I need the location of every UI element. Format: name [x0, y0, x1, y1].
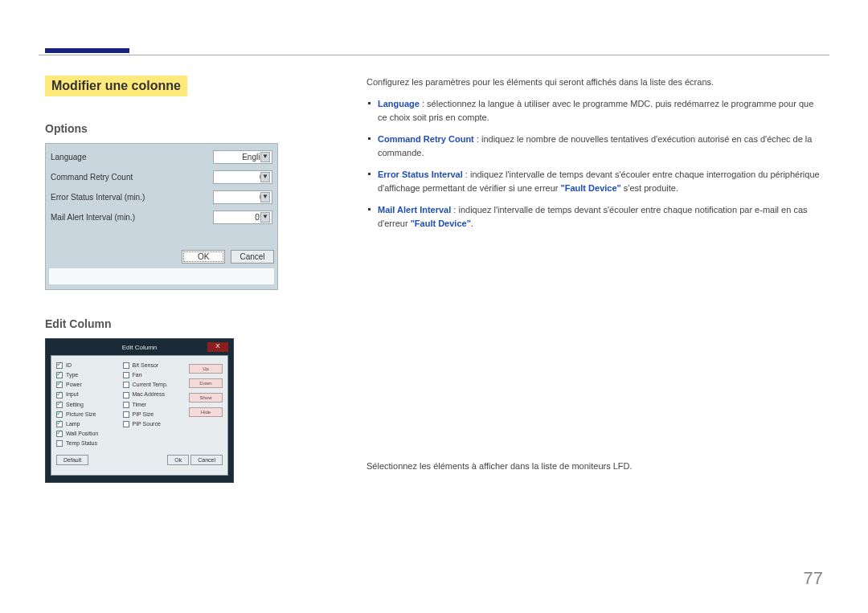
- list-item[interactable]: Setting: [56, 400, 117, 410]
- chevron-down-icon: ▼: [260, 212, 270, 223]
- language-select[interactable]: English ▼: [213, 150, 272, 164]
- list-item[interactable]: Input: [56, 390, 117, 399]
- editcolumn-left-list: IDTypePowerInputSettingPicture SizeLampW…: [56, 361, 117, 448]
- fault-device-label: "Fault Device": [561, 183, 621, 193]
- editcolumn-title: Edit Column: [122, 344, 158, 351]
- list-item-label: Input: [66, 391, 79, 397]
- list-item[interactable]: Timer: [123, 400, 183, 410]
- term-errint: Error Status Interval: [378, 170, 463, 179]
- page: Modifier une colonne Options Language En…: [39, 48, 829, 589]
- chapter-tab-rule: [45, 48, 129, 53]
- error-interval-select[interactable]: 05 ▼: [213, 190, 272, 204]
- left-column: Modifier une colonne Options Language En…: [45, 76, 310, 483]
- show-button[interactable]: Show: [189, 393, 223, 403]
- options-row: Error Status Interval (min.) 05 ▼: [49, 187, 274, 207]
- list-item-label: B/t Sensor: [133, 362, 159, 368]
- chevron-down-icon: ▼: [260, 152, 270, 162]
- checkbox-icon[interactable]: [56, 392, 63, 398]
- checkbox-icon[interactable]: [123, 392, 129, 398]
- list-item[interactable]: Fan: [123, 370, 183, 380]
- list-item[interactable]: Temp Status: [56, 439, 117, 448]
- checkbox-icon[interactable]: [56, 362, 63, 369]
- ok-button[interactable]: Ok: [167, 455, 189, 465]
- hide-button[interactable]: Hide: [189, 407, 223, 417]
- checkbox-icon[interactable]: [56, 440, 63, 447]
- editcolumn-intro-text: Sélectionnez les éléments à afficher dan…: [366, 460, 823, 473]
- list-item-label: Mac Address: [133, 391, 165, 397]
- chevron-down-icon: ▼: [260, 192, 270, 202]
- list-item[interactable]: Mac Address: [123, 390, 183, 399]
- options-button-row: OK Cancel: [49, 227, 274, 264]
- term-retry: Command Retry Count: [378, 134, 474, 144]
- fault-device-label: "Fault Device": [411, 219, 471, 228]
- bullet-mail-interval: Mail Alert Interval : indiquez l'interva…: [366, 203, 823, 231]
- cancel-button[interactable]: Cancel: [231, 250, 274, 264]
- checkbox-icon[interactable]: [56, 421, 63, 427]
- list-item-label: Timer: [133, 402, 147, 407]
- close-button[interactable]: X: [207, 342, 228, 352]
- checkbox-icon[interactable]: [123, 362, 129, 369]
- list-item-label: PIP Source: [133, 421, 161, 427]
- editcolumn-dialog: Edit Column X IDTypePowerInputSettingPic…: [45, 338, 234, 483]
- options-row: Language English ▼: [49, 147, 274, 167]
- options-label: Language: [49, 147, 202, 167]
- editcolumn-right-list: B/t SensorFanCurrent Temp.Mac AddressTim…: [123, 361, 183, 448]
- list-item[interactable]: Type: [56, 370, 117, 380]
- retry-count-select[interactable]: 01 ▼: [213, 170, 272, 184]
- checkbox-icon[interactable]: [56, 372, 63, 378]
- checkbox-icon[interactable]: [123, 411, 129, 418]
- options-bullet-list: Language : sélectionnez la langue à util…: [366, 97, 823, 231]
- up-button[interactable]: Up: [189, 364, 223, 374]
- list-item-label: Current Temp.: [133, 382, 168, 387]
- checkbox-icon[interactable]: [56, 411, 63, 418]
- bullet-error-interval: Error Status Interval : indiquez l'inter…: [366, 168, 823, 195]
- checkbox-icon[interactable]: [123, 421, 129, 427]
- list-item-label: PIP Size: [133, 411, 154, 417]
- section-title: Modifier une colonne: [45, 76, 187, 96]
- list-item[interactable]: B/t Sensor: [123, 361, 183, 370]
- list-item[interactable]: Wall Position: [56, 429, 117, 439]
- list-item-label: ID: [66, 362, 72, 368]
- list-item[interactable]: Power: [56, 380, 117, 390]
- default-button[interactable]: Default: [56, 455, 88, 465]
- list-item[interactable]: ID: [56, 361, 117, 370]
- list-item[interactable]: Lamp: [56, 419, 117, 429]
- list-item[interactable]: PIP Size: [123, 410, 183, 419]
- editcolumn-title-bar: Edit Column X: [51, 342, 228, 355]
- bullet-text: s'est produite.: [621, 183, 678, 193]
- list-item-label: Power: [66, 382, 82, 387]
- options-intro-text: Configurez les paramètres pour les éléme…: [366, 76, 823, 89]
- list-item[interactable]: Picture Size: [56, 410, 117, 419]
- ok-button[interactable]: OK: [182, 250, 225, 264]
- term-language: Language: [378, 99, 420, 108]
- top-rule: [39, 55, 829, 55]
- checkbox-icon[interactable]: [123, 382, 129, 388]
- options-row: Mail Alert Interval (min.) 010 ▼: [49, 207, 274, 227]
- checkbox-icon[interactable]: [123, 402, 129, 408]
- bullet-text: .: [471, 219, 473, 228]
- list-item-label: Fan: [133, 372, 142, 378]
- editcolumn-body: IDTypePowerInputSettingPicture SizeLampW…: [51, 355, 228, 476]
- content: Modifier une colonne Options Language En…: [45, 76, 823, 589]
- bullet-text: : sélectionnez la langue à utiliser avec…: [378, 99, 813, 122]
- options-label: Command Retry Count: [49, 167, 202, 187]
- options-dialog: Language English ▼ Command Retry Count: [45, 143, 278, 290]
- list-item-label: Lamp: [66, 421, 80, 427]
- checkbox-icon[interactable]: [123, 372, 129, 378]
- mail-interval-select[interactable]: 010 ▼: [213, 210, 272, 224]
- list-item-label: Temp Status: [66, 440, 97, 446]
- options-label: Mail Alert Interval (min.): [49, 207, 202, 227]
- checkbox-icon[interactable]: [56, 382, 63, 388]
- list-item[interactable]: PIP Source: [123, 419, 183, 429]
- list-item-label: Wall Position: [66, 431, 98, 436]
- checkbox-icon[interactable]: [56, 431, 63, 437]
- page-number: 77: [804, 568, 823, 589]
- checkbox-icon[interactable]: [56, 402, 63, 408]
- list-item-label: Picture Size: [66, 411, 96, 417]
- list-item[interactable]: Current Temp.: [123, 380, 183, 390]
- options-label: Error Status Interval (min.): [49, 187, 202, 207]
- list-item-label: Setting: [66, 402, 84, 407]
- list-item-label: Type: [66, 372, 78, 378]
- down-button[interactable]: Down: [189, 378, 223, 388]
- cancel-button[interactable]: Cancel: [190, 455, 223, 465]
